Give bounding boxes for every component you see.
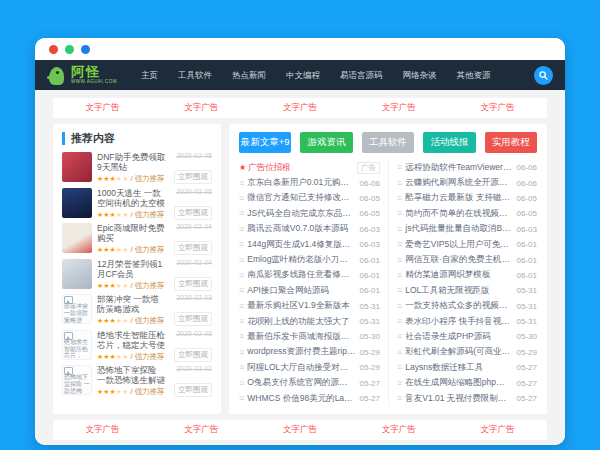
thumbnail-alt-text: 部落冲突 一款塔防策略游: [64, 303, 91, 324]
nav-item-7[interactable]: 其他资源: [447, 60, 501, 90]
text-ad-link-5[interactable]: 文字广告: [448, 98, 547, 118]
view-now-button[interactable]: 立即围观: [174, 312, 212, 326]
text-ad-link-3[interactable]: 文字广告: [251, 98, 350, 118]
recommended-item[interactable]: 1000天逃生 一款空间街机的太空模拟经营游戏★★★★★/ 强力推荐2020-0…: [62, 188, 212, 220]
article-row[interactable]: ≡js代码批量批量自动取消B站关注06-03: [397, 222, 537, 237]
view-now-button[interactable]: 立即围观: [174, 348, 212, 362]
article-row[interactable]: ≡南瓜影视多线路任意看修改版06-01: [239, 268, 380, 283]
article-title: API接口聚合网站源码: [247, 285, 355, 297]
article-row[interactable]: ≡最新伯乐发卡商城海报版源码 无后门05-30: [239, 329, 380, 344]
top-ad-strip: 文字广告文字广告文字广告文字广告文字广告: [53, 98, 547, 118]
list-item-icon: ≡: [397, 209, 402, 218]
article-date: 05-29: [360, 348, 380, 357]
text-ad-link-4[interactable]: 文字广告: [349, 98, 448, 118]
article-row[interactable]: ≡微信官方通知已支持修改微信号06-05: [239, 191, 380, 206]
article-date: 06-03: [360, 225, 380, 234]
recommended-item[interactable]: 12月荣誉签到领1月CF会员★★★★★/ 强力推荐2020-02-04立即围观: [62, 259, 212, 291]
window-dot-blue[interactable]: [81, 45, 90, 54]
text-ad-link-5[interactable]: 文字广告: [448, 420, 547, 440]
tab-4[interactable]: 活动线报: [423, 132, 475, 153]
star-icon: ★: [122, 317, 128, 325]
view-now-button[interactable]: 立即围观: [174, 383, 212, 397]
nav-item-4[interactable]: 中文编程: [276, 60, 330, 90]
item-date: 2020-02-03: [176, 330, 212, 337]
tab-3[interactable]: 工具软件: [362, 132, 414, 153]
article-row[interactable]: ≡最新乐购社区V1.9全新版本05-31: [239, 299, 380, 314]
broken-image-icon: 恐怖地下室探险 一款恐怖: [62, 365, 92, 395]
article-row[interactable]: ≡表水印小程序 快手抖音视频搬运工上热门...05-31: [397, 314, 537, 329]
text-ad-link-2[interactable]: 文字广告: [152, 98, 251, 118]
tab-5[interactable]: 实用教程: [485, 132, 537, 153]
site-url: WWW.AGUAI.COM: [71, 80, 117, 85]
article-row[interactable]: ≡WHMCS 价值98美元的Lagom模板开源05-27: [239, 391, 380, 406]
article-title: WHMCS 价值98美元的Lagom模板开源: [247, 393, 355, 405]
text-ad-link-1[interactable]: 文字广告: [53, 420, 152, 440]
article-title: 酷享磁力云最新版 支持磁力搜索下载和一...: [405, 192, 512, 204]
article-title: 最新伯乐发卡商城海报版源码 无后门: [247, 331, 355, 343]
article-row[interactable]: ≡wordpress资源付费主题ripro6.7含美化包...05-29: [239, 345, 380, 360]
text-ad-link-4[interactable]: 文字广告: [349, 420, 448, 440]
article-row[interactable]: ≡云赚购代刷网系统全开源可运营程序搭建06-06: [397, 175, 537, 190]
article-row[interactable]: ≡腾讯云商城V0.7.0版本源码06-03: [239, 222, 380, 237]
navbar: 阿怪 WWW.AGUAI.COM 主页工具软件热点新闻中文编程易语言源码网络杂谈…: [35, 60, 565, 90]
view-now-button[interactable]: 立即围观: [174, 206, 212, 220]
window-dot-red[interactable]: [49, 45, 58, 54]
text-ad-link-2[interactable]: 文字广告: [152, 420, 251, 440]
list-item-icon: ≡: [239, 209, 244, 218]
article-date: 06-06: [517, 163, 537, 172]
article-row[interactable]: ≡Laysns数据迁移工具05-27: [397, 360, 537, 375]
recommended-item[interactable]: 部落冲突 一款塔防策略游部落冲突 一款塔防策略游戏★★★★★/ 强力推荐2020…: [62, 294, 212, 326]
article-row[interactable]: ≡API接口聚合网站源码06-01: [239, 283, 380, 298]
nav-item-5[interactable]: 易语言源码: [330, 60, 393, 90]
article-row[interactable]: ≡爱奇艺VIP5以上用户可免费发爱奇艺VIP红包06-01: [397, 237, 537, 252]
ad-star-icon: ★: [239, 164, 246, 172]
desktop-background: 阿怪 WWW.AGUAI.COM 主页工具软件热点新闻中文编程易语言源码网络杂谈…: [0, 0, 600, 450]
article-row[interactable]: ≡O兔易支付系统官网的源码开源05-27: [239, 375, 380, 390]
recommended-item[interactable]: 恐怖地下室探险 一款恐怖恐怖地下室探险 一款恐怖逃生解谜类游戏★★★★★/ 强力…: [62, 365, 212, 397]
article-row[interactable]: ≡京东白条新用户0.01元购买3个月爱奇艺黄...06-06: [239, 175, 380, 190]
article-row[interactable]: ≡网信互联·自家的免费主机第一批正式开启06-01: [397, 252, 537, 267]
recommended-item[interactable]: DNF助手免费领取9天黑钻★★★★★/ 强力推荐2020-02-05立即围观: [62, 152, 212, 184]
article-row[interactable]: ≡Emlog蓝叶精仿老版小刀娱乐网HFoldao模...06-01: [239, 252, 380, 267]
article-date: 05-27: [517, 394, 537, 403]
article-row[interactable]: ≡在线生成网站缩略图php源码05-27: [397, 375, 537, 390]
article-date: 06-01: [517, 240, 537, 249]
tab-2[interactable]: 游戏资讯: [300, 132, 352, 153]
article-row[interactable]: ≡社会语录生成PHP源码05-30: [397, 329, 537, 344]
article-row[interactable]: ≡酷享磁力云最新版 支持磁力搜索下载和一...06-05: [397, 191, 537, 206]
item-thumbnail: [62, 259, 92, 289]
article-row[interactable]: ≡花呗刚上线的功能太强大了05-31: [239, 314, 380, 329]
article-row[interactable]: ≡音友V1.01 无视付费限制全网音乐无损免费...05-27: [397, 391, 537, 406]
nav-item-1[interactable]: 主页: [131, 60, 168, 90]
article-row[interactable]: ≡阿狸LOL大厅自动接受对局工具05-29: [239, 360, 380, 375]
article-row[interactable]: ★广告位招租广告: [239, 160, 380, 175]
recommended-item[interactable]: Epic商城限时免费购买 (SUPERHOT) 游戏★★★★★/ 强力推荐202…: [62, 223, 212, 255]
article-row[interactable]: ≡简约而不简单的在线视频源码06-05: [397, 206, 537, 221]
article-row[interactable]: ≡彩虹代刷全解源码(可商业用途 防黑)05-29: [397, 345, 537, 360]
article-row[interactable]: ≡LOL工具箱无限视距版05-31: [397, 283, 537, 298]
text-ad-link-3[interactable]: 文字广告: [251, 420, 350, 440]
article-title: 花呗刚上线的功能太强大了: [247, 316, 355, 328]
window-dot-green[interactable]: [65, 45, 74, 54]
site-logo[interactable]: 阿怪 WWW.AGUAI.COM: [47, 64, 117, 86]
star-icon: ★: [122, 211, 128, 219]
view-now-button[interactable]: 立即围观: [174, 170, 212, 184]
text-ad-link-1[interactable]: 文字广告: [53, 98, 152, 118]
article-row[interactable]: ≡一款支持格式众多的视频转换器05-31: [397, 299, 537, 314]
recommended-item[interactable]: 绝地求生智能压枪芯片，绝地求生智能压枪芯片，稳定大号使用，永久免费★★★★★/ …: [62, 330, 212, 362]
article-title: 云赚购代刷网系统全开源可运营程序搭建: [405, 177, 512, 189]
nav-item-2[interactable]: 工具软件: [168, 60, 222, 90]
list-item-icon: ≡: [239, 317, 244, 326]
thumbnail-alt-text: 恐怖地下室探险 一款恐怖: [64, 374, 91, 395]
article-row[interactable]: ≡精仿某迪源网织梦模板06-01: [397, 268, 537, 283]
search-button[interactable]: [534, 66, 553, 85]
article-row[interactable]: ≡远程协助软件TeamViewer v11 原文件版06-06: [397, 160, 537, 175]
sidebar-title: 推荐内容: [62, 132, 212, 145]
nav-item-6[interactable]: 网络杂谈: [393, 60, 447, 90]
tab-1[interactable]: 最新文章+9: [239, 132, 291, 153]
article-row[interactable]: ≡JS代码全自动完成京东品牌狂欢城活动任务06-05: [239, 206, 380, 221]
view-now-button[interactable]: 立即围观: [174, 277, 212, 291]
view-now-button[interactable]: 立即围观: [174, 241, 212, 255]
article-row[interactable]: ≡144g网页生成v1.4修复版源码06-03: [239, 237, 380, 252]
nav-item-3[interactable]: 热点新闻: [222, 60, 276, 90]
